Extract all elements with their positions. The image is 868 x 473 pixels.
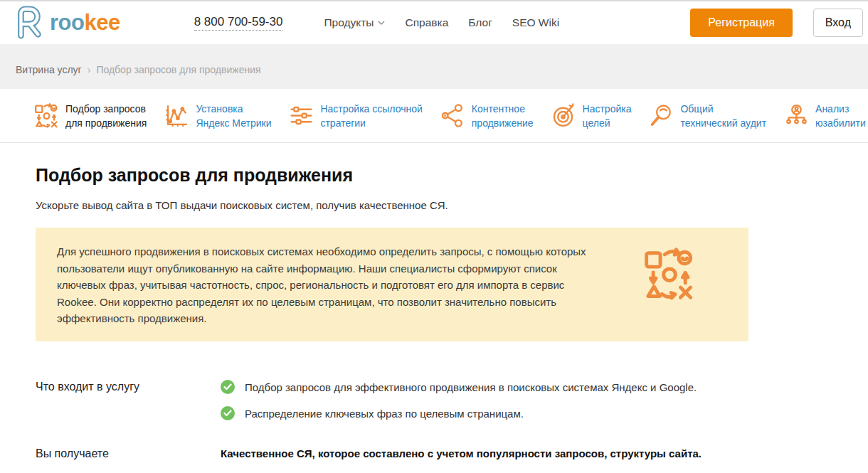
list-item-text: Подбор запросов для эффективного продвиж… bbox=[245, 380, 697, 393]
sliders-icon bbox=[289, 103, 314, 128]
rookee-logo-text: rookee bbox=[50, 10, 120, 36]
nav-blog[interactable]: Блог bbox=[468, 16, 492, 29]
register-button[interactable]: Регистрация bbox=[690, 9, 793, 37]
service-label: УстановкаЯндекс Метрики bbox=[196, 102, 271, 130]
service-label: Общийтехнический аудит bbox=[680, 102, 766, 130]
result-text: Качественное СЯ, которое составлено с уч… bbox=[221, 447, 702, 459]
service-item-query-selection[interactable]: Подбор запросовдля продвижения bbox=[34, 102, 147, 130]
metrics-chart-icon bbox=[164, 103, 189, 128]
login-button[interactable]: Вход bbox=[813, 9, 863, 37]
info-box-text: Для успешного продвижения в поисковых си… bbox=[57, 243, 606, 327]
service-label: Контентноепродвижение bbox=[472, 102, 534, 130]
usability-icon bbox=[784, 103, 809, 128]
chevron-down-icon bbox=[378, 21, 385, 25]
service-item-technical-audit[interactable]: Общийтехнический аудит bbox=[649, 102, 766, 130]
list-item-text: Распределение ключевых фраз по целевым с… bbox=[245, 406, 524, 420]
nav-help[interactable]: Справка bbox=[405, 16, 448, 29]
service-item-link-strategy[interactable]: Настройка ссылочнойстратегии bbox=[289, 102, 422, 130]
service-label: Настройкацелей bbox=[583, 102, 632, 130]
included-items: Подбор запросов для эффективного продвиж… bbox=[221, 380, 697, 420]
check-icon bbox=[221, 380, 235, 394]
service-item-content-promotion[interactable]: Контентноепродвижение bbox=[440, 102, 534, 130]
main-content: Подбор запросов для продвижения Ускорьте… bbox=[0, 143, 868, 460]
services-nav: Подбор запросовдля продвижения Установка… bbox=[0, 89, 868, 143]
nav-seo-wiki[interactable]: SEO Wiki bbox=[512, 16, 559, 29]
breadcrumb-separator: › bbox=[88, 64, 91, 75]
target-icon bbox=[551, 103, 576, 128]
included-section-label: Что входит в услугу bbox=[36, 380, 221, 393]
top-nav: Продукты Справка Блог SEO Wiki bbox=[324, 16, 559, 29]
service-item-yandex-metrika[interactable]: УстановкаЯндекс Метрики bbox=[164, 102, 271, 130]
info-box: Для успешного продвижения в поисковых си… bbox=[36, 228, 748, 341]
service-item-goals-setup[interactable]: Настройкацелей bbox=[551, 102, 632, 130]
breadcrumb-current-page: Подбор запросов для продвижения bbox=[96, 64, 260, 75]
strategy-icon bbox=[643, 248, 696, 300]
rookee-logo-icon bbox=[13, 5, 44, 41]
page-title: Подбор запросов для продвижения bbox=[36, 165, 868, 186]
list-item: Подбор запросов для эффективного продвиж… bbox=[221, 380, 697, 394]
rookee-logo[interactable]: rookee bbox=[13, 5, 120, 41]
nav-products-label: Продукты bbox=[324, 16, 374, 29]
service-label: Подбор запросовдля продвижения bbox=[65, 102, 147, 130]
breadcrumb: Витрина услуг › Подбор запросов для прод… bbox=[0, 44, 868, 89]
phone-link[interactable]: 8 800 700-59-30 bbox=[194, 15, 283, 31]
magnifier-icon bbox=[649, 103, 674, 128]
header: rookee 8 800 700-59-30 Продукты Справка … bbox=[0, 0, 868, 44]
service-item-usability-analysis[interactable]: Анализюзабилити bbox=[784, 102, 866, 130]
service-label: Анализюзабилити bbox=[815, 102, 866, 130]
share-nodes-icon bbox=[440, 103, 465, 128]
list-item: Распределение ключевых фраз по целевым с… bbox=[221, 406, 697, 420]
strategy-icon bbox=[34, 103, 59, 128]
check-icon bbox=[221, 406, 235, 420]
result-section: Вы получаете Качественное СЯ, которое со… bbox=[36, 447, 868, 460]
result-section-label: Вы получаете bbox=[36, 447, 221, 460]
included-section: Что входит в услугу Подбор запросов для … bbox=[36, 380, 868, 420]
service-label: Настройка ссылочнойстратегии bbox=[320, 102, 422, 130]
breadcrumb-services-showcase[interactable]: Витрина услуг bbox=[16, 64, 82, 75]
nav-products[interactable]: Продукты bbox=[324, 16, 385, 29]
page: rookee 8 800 700-59-30 Продукты Справка … bbox=[0, 0, 868, 473]
page-subtitle: Ускорьте вывод сайта в ТОП выдачи поиско… bbox=[36, 199, 868, 211]
